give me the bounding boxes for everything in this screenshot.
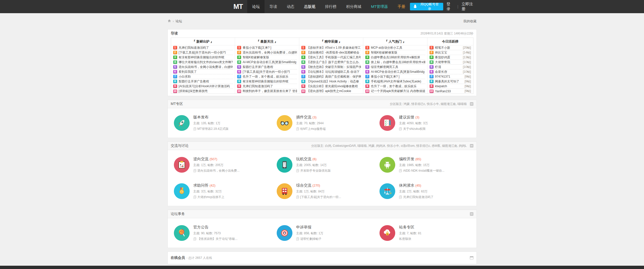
forum-name-link[interactable]: 申诉举报 <box>296 225 311 229</box>
forum-name-link[interactable]: 插件交流 <box>296 115 311 119</box>
thread-link[interactable]: 【附含思路】突破官方限制：实现葫芦侠 <box>307 65 361 69</box>
thread-link[interactable]: 手机端将JAVA文件编译为dex(无aide) <box>371 79 421 84</box>
thread-link[interactable]: 【论坛脚本】论坛阅读辅助工具-自动下 <box>307 70 360 74</box>
online-toggle-icon[interactable] <box>470 256 473 259</box>
forum-name-link[interactable]: 玩机交流 <box>296 157 311 161</box>
thread-link[interactable]: 有没有那种切换音频输出的软件呢 <box>179 55 224 60</box>
thread-link[interactable]: 刚接到的单子，嫌贵就直接发出来了 登录 <box>243 89 297 93</box>
latest-thread-link[interactable]: 逆向实战锦书，全网小说免费... <box>197 169 240 173</box>
thread-link[interactable]: 兄弟们我知道激活码了 <box>243 84 273 88</box>
thread-link[interactable]: 【原创开发】ATool v 1.09 多媒体处理工 <box>307 46 361 50</box>
nav-item-3[interactable]: 总版规 <box>299 0 320 13</box>
forum-name-link[interactable]: 建议反馈 <box>399 115 414 119</box>
latest-thread-link[interactable]: 关于shizuku权限 <box>403 127 426 131</box>
collapse-icon[interactable] <box>470 102 473 106</box>
thread-link[interactable]: [AI实战演习]分析HookUI并计算激活码 <box>179 84 230 88</box>
member-link[interactable]: 命星长存 <box>435 70 461 74</box>
thread-link[interactable]: 番茄小说下载[又来? ] <box>371 75 400 79</box>
clipboard-icon[interactable] <box>174 157 190 173</box>
nav-item-5[interactable]: 积分商城 <box>341 0 366 13</box>
latest-thread-link[interactable]: 大佬的mcp连接不上 <box>197 195 225 199</box>
breadcrumb-current[interactable]: 论坛 <box>176 19 182 24</box>
member-link[interactable]: YanRan233 <box>435 89 463 93</box>
member-link[interactable]: 网暴真的太可怕了 <box>435 79 463 84</box>
lollipop-icon[interactable] <box>174 225 190 241</box>
nav-item-7[interactable]: 手册 <box>393 0 410 13</box>
thread-link[interactable]: 梨园行去开屏广告教程 <box>243 65 273 69</box>
thread-link[interactable]: 接上贴，白嫖年费会员188的常用软件x播 <box>371 60 425 64</box>
latest-thread-link[interactable]: MT管理器2.19.4正式版 <box>197 127 229 131</box>
latest-thread-link[interactable]: [下载工具箱]关于逆向的一些... <box>300 195 341 199</box>
member-link[interactable]: 大佬带带我 <box>435 60 461 64</box>
cloud-lock-icon[interactable] <box>379 225 395 241</box>
thread-link[interactable]: 梨园行去开屏广告教程 <box>179 79 209 84</box>
thread-link[interactable]: 【原创教程】-画质怪兽-dex混淆解锁会 <box>307 50 359 55</box>
thread-link[interactable]: 智能K歌破解修复版 <box>371 50 397 55</box>
forum-name-link[interactable]: 求助问答 <box>193 183 209 187</box>
nav-item-6[interactable]: MT管理器 <box>366 0 393 13</box>
thread-link[interactable]: [求助贴]深思数盾脱壳 <box>179 89 208 93</box>
my-favorites-link[interactable]: 我的收藏 <box>464 19 477 24</box>
rocket-icon[interactable] <box>174 115 190 131</box>
shield-icon[interactable] <box>277 225 292 241</box>
section-title[interactable]: 论坛事务 <box>171 212 185 216</box>
section-title[interactable]: MT专区 <box>171 102 183 106</box>
thread-link[interactable]: 白嫖年费会员188的常用软件x播投屏 <box>371 55 420 60</box>
nav-item-2[interactable]: 动态 <box>282 0 299 13</box>
phone-icon[interactable] <box>277 157 292 173</box>
thread-link[interactable]: 【进阶去广告】孩子总爱弹广告怎么办, <box>307 60 359 64</box>
member-link[interactable]: 帅比宝宝 <box>435 50 461 55</box>
android-icon[interactable] <box>379 157 395 173</box>
forum-name-link[interactable]: 编程开发 <box>399 157 414 161</box>
thread-link[interactable]: 逆向实战锦书，全网小说免费读，白嫖99 <box>179 65 233 69</box>
thread-link[interactable]: 小白求助 <box>179 75 191 79</box>
thread-link[interactable]: [下载工具箱]关于逆向的一些小技巧 <box>179 50 226 55</box>
forum-name-link[interactable]: 休闲灌水 <box>399 183 414 187</box>
qq-login-button[interactable]: 用QQ帐号登录 <box>410 3 443 10</box>
latest-thread-link[interactable]: 开发助手专业版优化版 <box>300 169 331 173</box>
thread-link[interactable]: 看到后我笑了 <box>179 70 197 74</box>
thread-link[interactable]: 【逆向工具】手机版新一代反汇编工具Rz <box>307 55 361 60</box>
thread-link[interactable]: 绿豆壳解密网页工具 <box>371 65 398 69</box>
thread-link[interactable]: 【逆向原理】apk脱壳之mCookie <box>307 89 351 93</box>
thread-link[interactable]: 智能K歌破解修复版 <box>243 55 269 60</box>
thread-link[interactable]: 【实战分析】星光庭院vivo端修改教程 <box>307 84 358 88</box>
thread-link[interactable]: 也升了一级，发个教成，娱乐娱乐 <box>371 84 417 88</box>
thread-link[interactable]: [下载工具箱]关于逆向的一些小技巧 <box>243 70 290 74</box>
thread-link[interactable]: 兄弟们我知道激活码了 <box>179 46 209 50</box>
bus-icon[interactable] <box>277 183 292 199</box>
nav-item-1[interactable]: 导读 <box>265 0 282 13</box>
thread-link[interactable]: 记一个开阔apk另类破解方法 内存数据提取 <box>371 89 425 93</box>
member-link[interactable]: 番茄炒鸡蛋 <box>435 55 461 60</box>
thread-link[interactable]: 哪位大佬有输出到文件的class类文件啊? <box>179 60 233 64</box>
collapse-icon[interactable] <box>470 144 473 148</box>
thread-link[interactable]: AI-MCP全自动分析工具[更新SmaliBridg <box>371 70 424 74</box>
forum-name-link[interactable]: 版本发布 <box>193 115 209 119</box>
thread-link[interactable]: 【Xposed实战】Hook Activity：动态修 <box>307 79 359 84</box>
latest-thread-link[interactable]: 【情况说明】关于论坛“吞噬... <box>197 237 238 241</box>
thread-link[interactable]: AI-MCP全自动分析工具[更新SmaliBridg <box>243 60 296 64</box>
member-link[interactable]: 柠清 <box>435 65 461 69</box>
latest-thread-link[interactable]: 兄弟们我知道激活码了 <box>403 195 434 199</box>
thread-link[interactable]: 逆向实战锦书，全网小说免费读，白嫖99 <box>243 50 297 55</box>
forum-name-link[interactable]: 官方公告 <box>193 225 209 229</box>
latest-thread-link[interactable]: 请帮忙删掉帖子 <box>300 237 322 241</box>
forum-name-link[interactable]: 综合交流 <box>296 183 311 187</box>
thread-link[interactable]: 番茄小说下载[又来? ] <box>243 46 271 50</box>
online-members-title[interactable]: 在线会员 <box>171 256 185 260</box>
nav-item-4[interactable]: 排行榜 <box>320 0 341 13</box>
mt-logo[interactable]: MT <box>229 0 247 13</box>
latest-thread-link[interactable]: AIDE-NDK-Install魔改一键自... <box>403 169 444 173</box>
member-link[interactable]: 974741371 <box>435 75 463 78</box>
forum-name-link[interactable]: 站务专区 <box>399 225 414 229</box>
login-link[interactable]: 登录 <box>447 2 454 11</box>
collapse-icon[interactable] <box>470 212 473 216</box>
thread-link[interactable]: 有没有那种切换音频输出的软件呢 <box>243 79 288 84</box>
member-link[interactable]: ktwpatch <box>435 84 463 88</box>
thread-link[interactable]: 也升了一级，发个教成，娱乐娱乐 <box>243 75 288 79</box>
carousel-icon[interactable] <box>379 183 395 199</box>
forum-name-link[interactable]: 逆向交流 <box>193 157 209 161</box>
glasses-icon[interactable] <box>277 115 292 131</box>
medal-icon[interactable]: 1 <box>174 183 190 199</box>
checklist-icon[interactable] <box>379 115 395 131</box>
